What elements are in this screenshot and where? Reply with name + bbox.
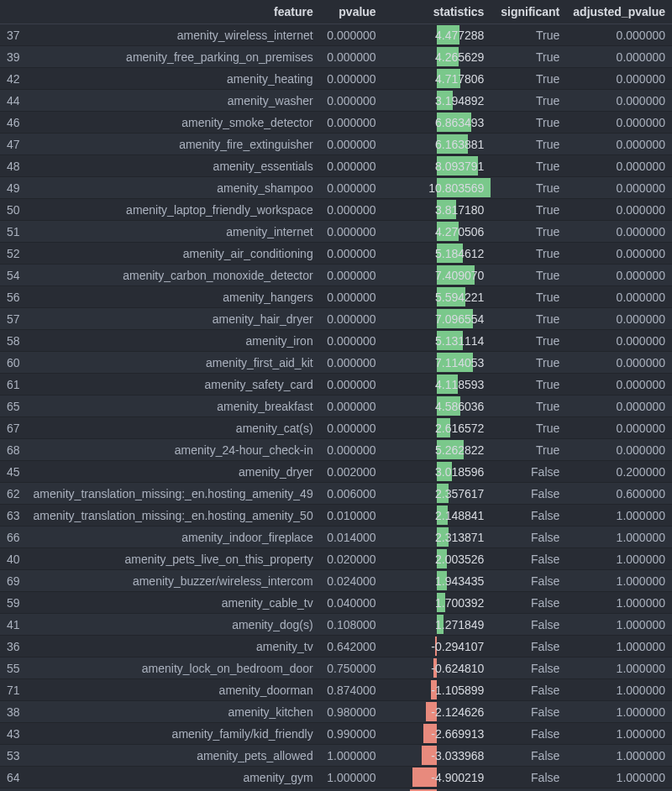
cell-statistics-value: 4.477288 [383,25,491,45]
cell-significant: False [491,788,566,792]
table-row: 59amenity_cable_tv0.0400001.700392False1… [0,592,672,614]
table-row: 60amenity_first_aid_kit0.0000007.114053T… [0,352,672,374]
table-row: 66amenity_indoor_fireplace0.0140002.3138… [0,526,672,548]
cell-adjusted-pvalue: 0.000000 [566,396,672,417]
cell-index: 61 [0,374,27,396]
cell-feature: amenity_gym [27,767,320,788]
cell-adjusted-pvalue: 0.000000 [566,243,672,265]
table-row: 52amenity_air_conditioning0.0000005.1846… [0,243,672,265]
cell-statistics-value: 3.817180 [383,200,491,220]
cell-statistics-value: 7.409070 [383,265,491,285]
cell-feature: amenity_cable_tv [27,592,320,614]
cell-adjusted-pvalue: 1.000000 [566,548,672,570]
cell-statistics-value: 7.096554 [383,309,491,329]
cell-significant: False [491,505,566,526]
cell-pvalue: 0.040000 [320,592,383,614]
cell-index: 50 [0,199,27,221]
table-row: 51amenity_internet0.0000004.270506True0.… [0,221,672,243]
cell-index: 54 [0,265,27,286]
cell-statistics-value: 2.616572 [383,418,491,438]
cell-index: 40 [0,548,27,570]
cell-statistics: -0.294107 [383,636,491,657]
table-row: 64amenity_gym1.000000-4.900219False1.000… [0,767,672,788]
cell-statistics: -0.624810 [383,657,491,679]
cell-pvalue: 0.000000 [320,286,383,308]
cell-feature: amenity_smoke_detector [27,112,320,134]
cell-adjusted-pvalue: 0.000000 [566,134,672,155]
cell-statistics: 2.357617 [383,483,491,505]
cell-index: 39 [0,46,27,68]
cell-index: 58 [0,330,27,352]
header-pvalue: pvalue [320,0,383,24]
cell-statistics-value: 2.313871 [383,527,491,547]
table-row: 49amenity_shampoo0.00000010.803569True0.… [0,177,672,199]
cell-index: 45 [0,461,27,483]
cell-pvalue: 0.010000 [320,505,383,526]
cell-adjusted-pvalue: 0.000000 [566,199,672,221]
cell-index: 38 [0,701,27,723]
cell-feature: amenity_heating [27,68,320,90]
cell-feature: amenity_pets_allowed [27,745,320,767]
table-row: 70amenity_elevator_in_building1.000000-5… [0,788,672,792]
table-row: 63amenity_translation_missing:_en.hostin… [0,505,672,526]
cell-pvalue: 0.000000 [320,221,383,243]
table-row: 68amenity_24-hour_check-in0.0000005.2628… [0,439,672,461]
cell-pvalue: 0.000000 [320,177,383,199]
cell-statistics-value: -0.624810 [383,658,491,678]
cell-statistics-value: 8.093791 [383,156,491,176]
cell-significant: True [491,330,566,352]
cell-significant: False [491,745,566,767]
cell-statistics: 5.131114 [383,330,491,352]
cell-significant: True [491,221,566,243]
cell-statistics: 5.262822 [383,439,491,461]
cell-adjusted-pvalue: 0.000000 [566,374,672,396]
header-statistics: statistics [383,0,491,24]
cell-pvalue: 0.108000 [320,614,383,636]
cell-adjusted-pvalue: 0.000000 [566,46,672,68]
cell-statistics-value: 1.271849 [383,615,491,635]
header-index [0,0,27,24]
cell-index: 47 [0,134,27,155]
table-row: 69amenity_buzzer/wireless_intercom0.0240… [0,570,672,592]
cell-pvalue: 1.000000 [320,745,383,767]
cell-significant: False [491,701,566,723]
table-row: 36amenity_tv0.642000-0.294107False1.0000… [0,636,672,657]
cell-index: 65 [0,396,27,417]
cell-statistics: 10.803569 [383,177,491,199]
table-row: 37amenity_wireless_internet0.0000004.477… [0,24,672,46]
cell-pvalue: 0.000000 [320,68,383,90]
cell-significant: False [491,570,566,592]
cell-adjusted-pvalue: 0.000000 [566,68,672,90]
cell-feature: amenity_cat(s) [27,417,320,439]
table-header-row: feature pvalue statistics significant ad… [0,0,672,24]
table-row: 46amenity_smoke_detector0.0000006.863493… [0,112,672,134]
cell-feature: amenity_breakfast [27,396,320,417]
cell-feature: amenity_dog(s) [27,614,320,636]
cell-pvalue: 0.990000 [320,723,383,745]
cell-significant: True [491,308,566,330]
cell-adjusted-pvalue: 1.000000 [566,592,672,614]
cell-significant: False [491,657,566,679]
cell-feature: amenity_24-hour_check-in [27,439,320,461]
cell-index: 37 [0,24,27,46]
cell-index: 41 [0,614,27,636]
cell-statistics-value: 5.594221 [383,287,491,307]
cell-index: 46 [0,112,27,134]
cell-significant: True [491,155,566,177]
cell-significant: False [491,461,566,483]
cell-significant: False [491,679,566,701]
cell-significant: True [491,46,566,68]
cell-index: 59 [0,592,27,614]
cell-statistics: 4.586036 [383,396,491,417]
table-row: 50amenity_laptop_friendly_workspace0.000… [0,199,672,221]
cell-adjusted-pvalue: 1.000000 [566,505,672,526]
cell-statistics: 2.003526 [383,548,491,570]
cell-statistics-value: -1.105899 [383,680,491,700]
cell-adjusted-pvalue: 0.000000 [566,90,672,112]
cell-feature: amenity_shampoo [27,177,320,199]
table-body: 37amenity_wireless_internet0.0000004.477… [0,24,672,792]
cell-statistics-value: 3.018596 [383,462,491,482]
cell-pvalue: 1.000000 [320,767,383,788]
cell-adjusted-pvalue: 1.000000 [566,526,672,548]
cell-feature: amenity_elevator_in_building [27,788,320,792]
